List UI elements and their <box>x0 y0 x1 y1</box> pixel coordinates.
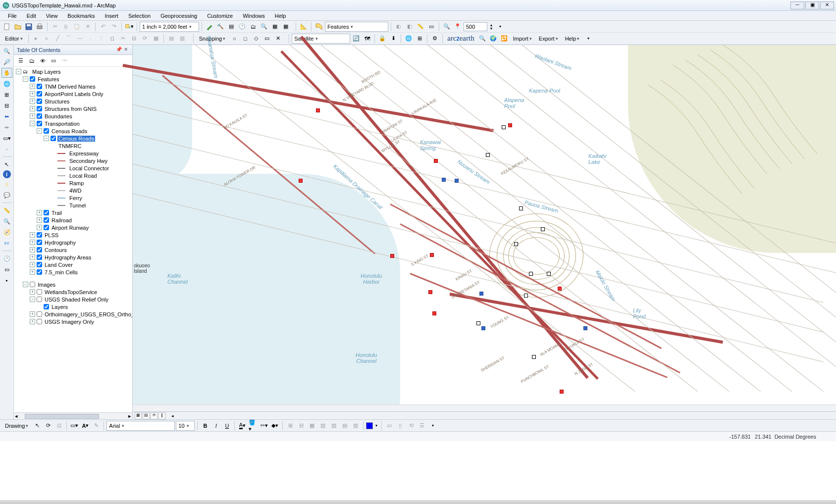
current-fill-swatch[interactable] <box>366 422 373 429</box>
underline-button[interactable]: U <box>222 421 232 431</box>
layer-checkbox[interactable] <box>37 254 42 260</box>
layer-checkbox[interactable] <box>37 247 42 252</box>
full-extent-tool[interactable]: 🌐 <box>1 79 12 89</box>
font-size-combo[interactable]: 10 <box>176 421 195 431</box>
split-tool[interactable]: ⊟ <box>129 34 139 44</box>
map-view[interactable]: Honolulu Harbor Honolulu Channel Kalihi … <box>133 45 836 419</box>
paste-button[interactable]: 📋 <box>72 22 82 32</box>
menu-insert[interactable]: Insert <box>100 12 123 20</box>
toc-symbol-class[interactable]: Ferry <box>14 194 132 202</box>
layer-checkbox[interactable] <box>37 297 42 302</box>
graphic-ops3[interactable]: ▧ <box>329 421 339 431</box>
list-by-selection[interactable]: ▭ <box>49 56 58 66</box>
toolbar-options-2[interactable]: ▾ <box>583 34 593 44</box>
menu-selection[interactable]: Selection <box>123 12 156 20</box>
toc-symbol-class[interactable]: Local Road <box>14 172 132 179</box>
clear-selection[interactable]: ▫ <box>1 144 12 154</box>
snap-end[interactable]: □ <box>240 34 250 44</box>
toc-layer[interactable]: +Trail <box>14 209 132 216</box>
create-viewer[interactable]: ▭ <box>1 264 12 274</box>
menu-file[interactable]: File <box>3 12 22 20</box>
layer-checkbox[interactable] <box>44 225 49 230</box>
toc-sublayer[interactable]: Layers <box>14 303 132 310</box>
list-by-drawing-order[interactable]: ☰ <box>16 56 26 66</box>
layer-checkbox[interactable] <box>37 240 42 245</box>
snap-vertex[interactable]: ◇ <box>251 34 261 44</box>
expand-toggle[interactable]: − <box>30 121 35 126</box>
expand-toggle[interactable]: + <box>37 225 42 230</box>
expand-toggle[interactable]: + <box>30 262 35 267</box>
toc-symbol-class[interactable]: 4WD <box>14 187 132 194</box>
expand-toggle[interactable]: + <box>30 84 35 89</box>
toc-layer[interactable]: +PLSS <box>14 231 132 239</box>
scale-stepper[interactable]: ▲▼ <box>488 22 494 32</box>
toc-symbol-class[interactable]: Expressway <box>14 150 132 157</box>
drawing-menu[interactable]: Drawing <box>2 423 31 429</box>
data-view-button[interactable]: ▦ <box>135 412 142 419</box>
georef-button[interactable]: 📐 <box>299 22 309 32</box>
xy-button[interactable]: 📍 <box>453 22 463 32</box>
bold-button[interactable]: B <box>200 421 210 431</box>
a2e-arrows[interactable]: 🔁 <box>499 34 509 44</box>
a2e-lock[interactable]: 🔒 <box>377 34 387 44</box>
align-button[interactable]: ▭ <box>384 421 394 431</box>
snap-intersection[interactable]: ✕ <box>273 34 283 44</box>
copy-button[interactable]: ⎘ <box>61 22 71 32</box>
pause-drawing-button[interactable]: ‖ <box>158 412 165 419</box>
delete-button[interactable]: ✕ <box>83 22 93 32</box>
add-data-button[interactable]: +▾ <box>124 22 134 32</box>
expand-toggle[interactable]: − <box>16 69 21 74</box>
expand-toggle[interactable]: + <box>30 240 35 245</box>
toc-layer[interactable]: +Hydrography <box>14 239 132 246</box>
redo-button[interactable]: ↷ <box>109 22 119 32</box>
effects-button[interactable]: ◐ <box>394 22 404 32</box>
a2e-import-menu[interactable]: Import <box>510 36 535 42</box>
distribute-button[interactable]: ▯ <box>395 421 405 431</box>
expand-toggle[interactable]: + <box>30 106 35 111</box>
menu-bookmarks[interactable]: Bookmarks <box>62 12 100 20</box>
expand-toggle[interactable]: + <box>37 210 42 215</box>
editor-menu[interactable]: Editor <box>2 36 26 42</box>
measure-button[interactable]: 📏 <box>416 22 425 32</box>
layer-checkbox[interactable] <box>37 91 42 97</box>
edit-tool[interactable]: ▸ <box>31 34 41 44</box>
pan-tool[interactable]: ✋ <box>1 68 12 78</box>
menu-customize[interactable]: Customize <box>202 12 238 20</box>
toc-symbol-class[interactable]: Tunnel <box>14 202 132 209</box>
layer-checkbox[interactable] <box>37 99 42 104</box>
toc-tree[interactable]: −🗂Map Layers−Features+TNM Derived Names+… <box>14 67 132 412</box>
layer-checkbox[interactable] <box>51 136 56 141</box>
time-slider[interactable]: 🕐 <box>1 253 12 263</box>
toc-layer[interactable]: +AirportPoint Labels Only <box>14 90 132 98</box>
toc-field-heading[interactable]: TNMFRC <box>14 142 132 150</box>
find-tool[interactable]: 🔍 <box>1 216 12 226</box>
undo-button[interactable]: ↶ <box>98 22 108 32</box>
layer-checkbox[interactable] <box>37 232 42 238</box>
python-button[interactable]: ▤ <box>226 22 236 32</box>
find-route[interactable]: 🧭 <box>1 227 12 237</box>
map-scale-input[interactable] <box>464 22 487 31</box>
font-combo[interactable]: Arial <box>106 421 175 431</box>
expand-toggle[interactable]: + <box>30 319 35 324</box>
print-button[interactable] <box>35 22 45 32</box>
layer-checkbox[interactable] <box>37 319 42 324</box>
order-button[interactable]: ☰ <box>417 421 427 431</box>
layout-view-button[interactable]: ▤ <box>143 412 150 419</box>
toc-symbol-class[interactable]: Secondary Hwy <box>14 157 132 164</box>
toc-options[interactable]: ⋯ <box>59 56 69 66</box>
toc-layer[interactable]: +Contours <box>14 246 132 253</box>
map-hscroll[interactable] <box>133 404 836 411</box>
a2e-search[interactable]: 🔍 <box>477 34 487 44</box>
a2e-refresh[interactable]: 🔄 <box>351 34 361 44</box>
select-elements[interactable]: ↖ <box>1 159 12 169</box>
ungroup-button[interactable]: ⊟ <box>296 421 306 431</box>
layer-checkbox[interactable] <box>44 304 49 309</box>
toc-layer[interactable]: +WetlandsTopoService <box>14 288 132 296</box>
toc-dataframe[interactable]: −🗂Map Layers <box>14 68 132 75</box>
toc-layer[interactable]: +Land Cover <box>14 261 132 268</box>
scale-combo[interactable]: 1 inch = 2,000 feet <box>140 22 199 32</box>
edit-vertices-draw[interactable]: ✎ <box>91 421 101 431</box>
layer-checkbox[interactable] <box>37 262 42 267</box>
line-color-button[interactable]: ✏▾ <box>259 421 269 431</box>
table-button[interactable]: ▦ <box>270 22 280 32</box>
